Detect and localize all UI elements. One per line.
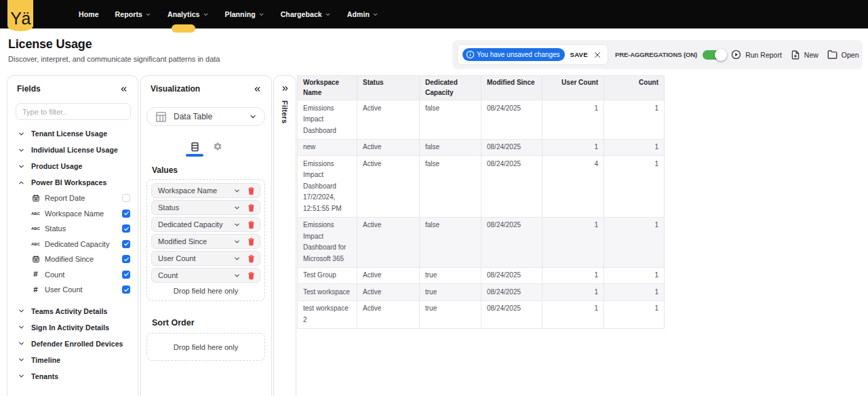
field-group-tenants[interactable]: Tenants bbox=[7, 368, 138, 384]
table-cell: 1 bbox=[542, 139, 604, 156]
table-cell: Active bbox=[357, 100, 420, 140]
open-button[interactable]: Open bbox=[827, 50, 859, 60]
value-pill-expand[interactable] bbox=[233, 204, 241, 212]
save-button[interactable]: SAVE bbox=[570, 51, 588, 58]
preaggregations-toggle[interactable] bbox=[703, 50, 726, 60]
value-pill-modified-since[interactable]: Modified Since bbox=[151, 234, 260, 249]
field-group-label: Tenant License Usage bbox=[31, 130, 107, 138]
chevron-down-icon bbox=[18, 146, 25, 154]
table-cell: Emissions Impact Dashboard 17/2/2024, 12… bbox=[298, 156, 357, 218]
viz-collapse-button[interactable] bbox=[253, 85, 262, 94]
tab-fields-config[interactable] bbox=[186, 142, 203, 157]
filters-expand-button[interactable] bbox=[281, 76, 290, 93]
run-report-label: Run Report bbox=[745, 51, 782, 59]
field-checkbox-checked[interactable] bbox=[122, 210, 130, 218]
fields-panel-header: Fields bbox=[7, 76, 138, 100]
table-cell: 1 bbox=[542, 284, 604, 301]
field-group-sign-in-activity-details[interactable]: Sign In Activity Details bbox=[7, 319, 138, 336]
field-group-power-bi-workspaces[interactable]: Power BI Workspaces bbox=[7, 174, 138, 191]
brand-logo[interactable]: Yä bbox=[7, 0, 33, 31]
nav-item-chargeback[interactable]: Chargeback bbox=[273, 0, 339, 28]
value-pill-expand[interactable] bbox=[233, 255, 241, 262]
table-cell: Test Group bbox=[298, 267, 357, 284]
chevron-down-icon bbox=[258, 12, 264, 18]
field-item-modified-since: Modified Since bbox=[7, 252, 138, 267]
close-icon bbox=[593, 51, 601, 59]
value-pill-count[interactable]: Count bbox=[151, 268, 260, 283]
field-checkbox-checked[interactable] bbox=[122, 255, 130, 263]
table-row: Emissions Impact DashboardActivefalse08/… bbox=[298, 100, 665, 140]
fields-filter-input[interactable] bbox=[16, 103, 131, 120]
column-header-modified-since[interactable]: Modified Since bbox=[481, 76, 542, 100]
field-item-workspace-name: ABCWorkspace Name bbox=[7, 206, 138, 222]
table-cell: 1 bbox=[604, 267, 665, 284]
value-pill-remove[interactable] bbox=[247, 237, 256, 246]
column-header-dedicated-capacity[interactable]: Dedicated Capacity bbox=[420, 76, 481, 100]
viz-panel-title: Visualization bbox=[151, 84, 200, 94]
column-header-status[interactable]: Status bbox=[357, 76, 420, 100]
nav-item-admin[interactable]: Admin bbox=[339, 0, 387, 28]
value-pill-remove[interactable] bbox=[247, 254, 256, 263]
column-header-workspace-name[interactable]: Workspace Name bbox=[298, 76, 357, 100]
field-item-user-count: #User Count bbox=[7, 282, 138, 298]
value-pill-remove[interactable] bbox=[247, 220, 256, 229]
value-pill-expand[interactable] bbox=[233, 221, 241, 229]
chevron-down-icon bbox=[203, 12, 209, 18]
value-pill-workspace-name[interactable]: Workspace Name bbox=[151, 183, 260, 198]
check-icon bbox=[123, 287, 130, 293]
column-header-count[interactable]: Count bbox=[604, 76, 665, 100]
calendar-icon bbox=[31, 194, 40, 202]
table-header-row: Workspace NameStatusDedicated CapacityMo… bbox=[298, 76, 665, 100]
table-cell: 1 bbox=[604, 217, 665, 267]
value-pill-expand[interactable] bbox=[233, 187, 241, 195]
field-checkbox-checked[interactable] bbox=[122, 285, 130, 294]
nav-item-label: Reports bbox=[115, 10, 142, 18]
value-pill-user-count[interactable]: User Count bbox=[151, 251, 260, 266]
value-pill-label: Modified Since bbox=[158, 237, 233, 245]
table-row: Emissions Impact Dashboard for Microsoft… bbox=[298, 217, 665, 267]
field-item-label: Dedicated Capacity bbox=[45, 240, 122, 248]
sort-order-drop-zone[interactable]: Drop field here only bbox=[146, 333, 265, 361]
table-cell: new bbox=[298, 139, 357, 156]
value-pill-remove[interactable] bbox=[247, 271, 256, 280]
value-pill-expand[interactable] bbox=[233, 272, 241, 279]
field-group-tenant-license-usage[interactable]: Tenant License Usage bbox=[7, 125, 138, 142]
table-row: Test workspaceActivetrue08/24/202511 bbox=[298, 284, 665, 301]
field-checkbox-checked[interactable] bbox=[122, 224, 130, 233]
chart-type-select[interactable]: Data Table bbox=[146, 107, 265, 126]
field-checkbox-checked[interactable] bbox=[122, 271, 130, 279]
field-group-defender-enrolled-devices[interactable]: Defender Enrolled Devices bbox=[7, 336, 138, 352]
field-group-individual-license-usage[interactable]: Individual License Usage bbox=[7, 142, 138, 158]
field-group-teams-activity-details[interactable]: Teams Activity Details bbox=[7, 303, 138, 319]
field-checkbox-checked[interactable] bbox=[122, 240, 130, 248]
table-cell: 08/24/2025 bbox=[481, 139, 542, 156]
nav-item-label: Analytics bbox=[167, 10, 200, 18]
field-checkbox-unchecked[interactable] bbox=[122, 194, 130, 202]
value-pill-remove[interactable] bbox=[247, 203, 256, 212]
chevron-down-icon bbox=[249, 113, 257, 121]
new-button[interactable]: New bbox=[791, 50, 818, 60]
nav-item-reports[interactable]: Reports bbox=[107, 0, 159, 28]
field-group-label: Teams Activity Details bbox=[31, 307, 108, 315]
nav-item-home[interactable]: Home bbox=[71, 0, 107, 28]
fields-collapse-button[interactable] bbox=[119, 85, 128, 94]
fields-panel: Fields Tenant License UsageIndividual Li… bbox=[7, 75, 138, 396]
check-icon bbox=[123, 271, 130, 277]
tab-settings[interactable] bbox=[209, 142, 226, 157]
values-drop-zone[interactable]: Workspace NameStatusDedicated CapacityMo… bbox=[146, 179, 265, 301]
run-report-button[interactable]: Run Report bbox=[731, 50, 782, 60]
value-pill-dedicated-capacity[interactable]: Dedicated Capacity bbox=[151, 217, 260, 232]
value-pill-remove[interactable] bbox=[247, 186, 256, 195]
column-header-user-count[interactable]: User Count bbox=[542, 76, 604, 100]
active-tab-underline bbox=[186, 154, 203, 157]
field-group-timeline[interactable]: Timeline bbox=[7, 352, 138, 368]
value-pill-status[interactable]: Status bbox=[151, 200, 260, 215]
nav-item-planning[interactable]: Planning bbox=[217, 0, 273, 28]
field-item-label: Report Date bbox=[45, 194, 122, 202]
table-cell: 1 bbox=[542, 267, 604, 284]
field-group-product-usage[interactable]: Product Usage bbox=[7, 158, 138, 174]
table-cell: true bbox=[420, 300, 481, 328]
dismiss-unsaved-button[interactable] bbox=[593, 51, 601, 59]
value-pill-expand[interactable] bbox=[233, 238, 241, 245]
calendar-icon bbox=[32, 194, 40, 202]
